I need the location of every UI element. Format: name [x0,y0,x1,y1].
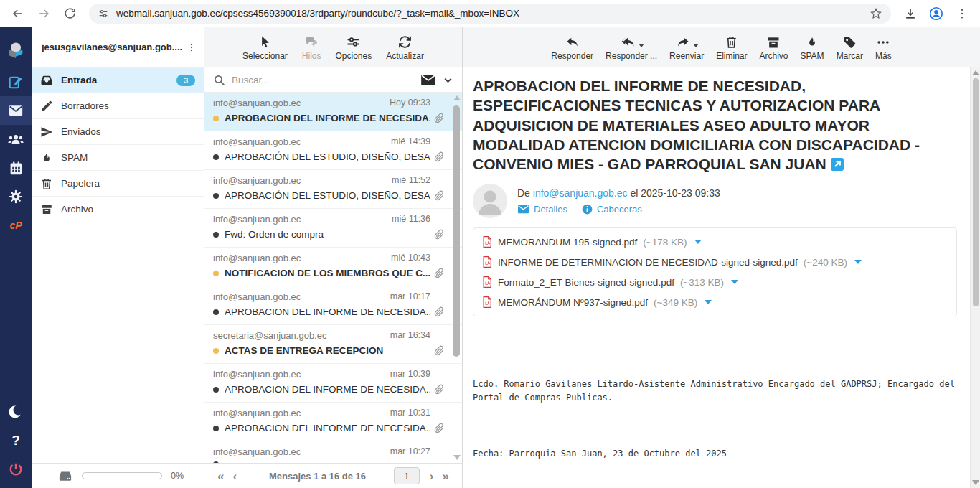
attachment-item[interactable]: INFORME DE DETERMINACION DE NECESIDAD-si… [482,252,948,272]
attachment-name[interactable]: Formato_2_ET Bienes-signed-signed.pdf [498,277,674,288]
attachment-item[interactable]: Formato_2_ET Bienes-signed-signed.pdf (~… [482,272,948,292]
scroll-up-arrow[interactable] [453,95,461,100]
page-number-input[interactable]: 1 [394,467,420,484]
attachment-name[interactable]: MEMORANDUM 195-signed.pdf [498,237,637,248]
attachment-menu-caret-icon[interactable] [694,240,702,244]
reply-button[interactable]: Responder [551,32,593,61]
threads-button[interactable]: Hilos [302,32,321,61]
folder-item[interactable]: SPAM [32,145,204,171]
attachment-menu-caret-icon[interactable] [705,300,712,304]
read-status-dot[interactable] [213,116,219,121]
read-status-dot[interactable] [213,426,219,431]
list-scrollbar-thumb[interactable] [453,105,460,357]
mail-scrollbar-thumb[interactable] [973,78,979,306]
message-row[interactable]: info@sanjuan.gob.ec Hoy 09:33 APROBACION… [204,93,462,131]
cpanel-icon[interactable]: cP [0,211,32,240]
site-settings-icon[interactable] [98,8,109,19]
mail-scrollbar[interactable] [970,67,980,488]
profile-icon[interactable] [925,3,947,24]
attachment-item[interactable]: MEMORANDUM 195-signed.pdf (~178 KB) [482,232,948,252]
message-row[interactable]: info@sanjuan.gob.ec mar 10:39 APROBACION… [204,364,462,403]
message-row[interactable]: info@sanjuan.gob.ec mié 14:39 APROBACIÓN… [204,131,462,170]
message-row[interactable]: info@sanjuan.gob.ec mié 11:36 Fwd: Orden… [204,209,462,248]
last-page-button[interactable]: » [438,470,453,482]
browser-menu-icon[interactable] [951,3,973,24]
calendar-nav-button[interactable] [0,154,32,182]
attachment-menu-caret-icon[interactable] [731,280,738,284]
read-status-dot[interactable] [213,387,219,393]
read-status-dot[interactable] [213,271,219,276]
mail-scroll-up-arrow[interactable] [972,70,979,75]
forward-caret-icon[interactable] [693,44,699,47]
open-in-new-window-icon[interactable] [831,158,844,171]
logout-power-icon[interactable] [0,455,32,484]
search-input[interactable]: Buscar... [232,75,414,85]
refresh-button[interactable] [59,3,80,24]
account-menu-icon[interactable] [185,42,198,53]
help-icon[interactable]: ? [0,426,32,455]
folder-item[interactable]: Borradores [32,93,204,119]
read-status-dot[interactable] [213,154,219,160]
read-status-dot[interactable] [213,232,219,238]
message-row[interactable]: secretaria@sanjuan.gob.ec mar 16:34 ACTA… [204,325,462,364]
spam-button[interactable]: SPAM [801,32,824,61]
mail-nav-button[interactable] [0,96,32,125]
scroll-down-arrow[interactable] [453,455,461,460]
options-button[interactable]: Opciones [335,32,372,61]
download-icon[interactable] [900,3,921,24]
more-button[interactable]: Más [875,32,892,61]
next-page-button[interactable]: › [425,470,438,482]
contacts-nav-button[interactable] [0,125,32,154]
scope-envelope-icon[interactable] [420,74,436,86]
folder-item[interactable]: Archivo [32,197,204,222]
refresh-mail-button[interactable]: Actualizar [386,32,424,61]
settings-nav-button[interactable] [0,182,32,211]
archive-button[interactable]: Archivo [759,32,788,61]
back-button[interactable] [7,3,29,24]
message-row[interactable]: info@sanjuan.gob.ec mié 11:52 APROBACIÓN… [204,170,462,209]
prev-page-button[interactable]: ‹ [228,470,241,482]
sender-email-link[interactable]: info@sanjuan.gob.ec [533,187,628,199]
details-toggle[interactable]: Detalles [517,204,567,215]
attachment-name[interactable]: MEMORÁNDUM Nº937-signed.pdf [498,297,648,308]
message-subject: APROBACIÓN DEL ESTUDIO, DISEÑO, DESA... [225,190,430,201]
delete-button[interactable]: Eliminar [716,32,747,61]
mark-button[interactable]: Marcar [837,32,863,61]
forward-button[interactable] [33,3,55,24]
message-row[interactable]: info@sanjuan.gob.ec mié 10:43 NOTIFICACI… [204,248,462,286]
read-status-dot[interactable] [213,309,219,315]
first-page-button[interactable]: « [213,470,228,482]
reply-all-button[interactable]: Responder ... [606,32,657,61]
headers-toggle[interactable]: Cabeceras [582,204,642,215]
read-status-dot[interactable] [213,193,219,199]
url-text[interactable]: webmail.sanjuan.gob.ec/cpsess4569390018/… [116,8,862,19]
attachment-name[interactable]: INFORME DE DETERMINACION DE NECESIDAD-si… [498,257,798,268]
url-bar[interactable]: webmail.sanjuan.gob.ec/cpsess4569390018/… [89,4,891,24]
message-row[interactable]: info@sanjuan.gob.ec mar 10:27 [204,441,462,463]
roundcube-logo-icon[interactable] [0,33,32,67]
folder-item[interactable]: Papelera [32,171,204,197]
attachment-menu-caret-icon[interactable] [854,260,862,264]
compose-button[interactable] [0,67,32,96]
folder-item[interactable]: Entrada 3 [32,67,204,93]
forward-button[interactable]: Reenviar [669,32,704,61]
message-row[interactable]: info@sanjuan.gob.ec mar 10:31 APROBACION… [204,403,462,441]
list-scrollbar[interactable] [452,94,461,461]
body-paragraph: Lcdo. Romario Gavilanes Litardo-Asistent… [473,377,966,405]
search-options-chevron-icon[interactable] [443,75,453,85]
search-bar[interactable]: Buscar... [204,67,462,93]
folder-item[interactable]: Enviados [32,119,204,145]
message-subject: APROBACION DEL INFORME DE NECESIDA... [225,384,430,395]
select-button[interactable]: Seleccionar [242,32,288,61]
message-row[interactable]: info@sanjuan.gob.ec mar 10:17 APROBACION… [204,286,462,325]
mail-scroll-down-arrow[interactable] [972,480,979,485]
attachment-paperclip-icon [433,228,445,240]
dark-mode-icon[interactable] [0,398,32,426]
bookmark-star-icon[interactable] [870,7,882,20]
attachment-item[interactable]: MEMORÁNDUM Nº937-signed.pdf (~349 KB) [482,292,948,312]
read-status-dot[interactable] [213,348,219,354]
account-header[interactable]: jesusgavilanes@sanjuan.gob.... [32,27,204,67]
app-rail: cP ? [0,27,32,488]
reply-all-caret-icon[interactable] [639,44,644,47]
read-status-dot[interactable] [213,461,219,463]
